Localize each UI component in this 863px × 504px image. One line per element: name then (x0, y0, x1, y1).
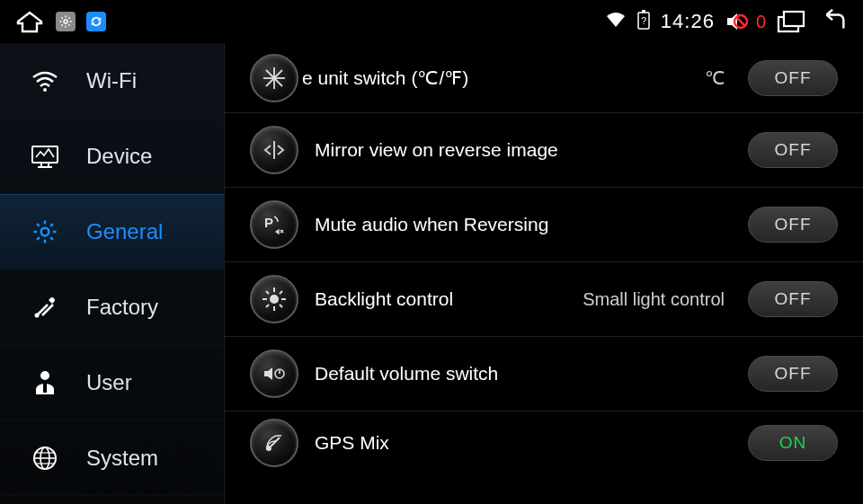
settings-app-icon[interactable] (56, 12, 76, 31)
svg-point-12 (40, 371, 49, 380)
toggle-backlight[interactable]: OFF (748, 281, 838, 317)
tools-icon (31, 293, 59, 322)
sidebar-item-label: Factory (86, 295, 158, 320)
setting-row-default-volume[interactable]: Default volume switch OFF (225, 337, 863, 411)
speaker-power-icon (250, 349, 298, 398)
sidebar-item-label: User (86, 370, 132, 395)
toggle-mute-reverse[interactable]: OFF (748, 207, 838, 243)
toggle-gps-mix[interactable]: ON (748, 425, 838, 461)
svg-text:?: ? (641, 15, 646, 26)
svg-point-11 (35, 313, 40, 317)
park-mute-icon: P (250, 200, 298, 249)
wifi-status-icon (605, 11, 627, 32)
svg-line-30 (266, 291, 269, 294)
status-bar: ? 14:26 0 (0, 0, 863, 43)
sidebar-item-label: Wi-Fi (86, 68, 137, 93)
setting-secondary: ℃ (705, 67, 725, 89)
settings-list[interactable]: e unit switch (℃/℉) ℃ OFF Mirror view on… (225, 43, 863, 504)
toggle-default-volume[interactable]: OFF (748, 356, 838, 392)
setting-row-gps-mix[interactable]: GPS Mix ON (225, 411, 863, 474)
svg-line-31 (280, 305, 282, 307)
setting-row-mute-reverse[interactable]: P Mute audio when Reversing OFF (225, 188, 863, 262)
svg-line-5 (736, 17, 745, 26)
user-icon (31, 368, 59, 397)
device-icon (31, 142, 59, 171)
home-icon[interactable] (14, 6, 45, 37)
svg-point-25 (270, 295, 279, 304)
sidebar-item-label: System (86, 446, 158, 471)
sidebar-item-device[interactable]: Device (0, 119, 224, 194)
battery-status-icon: ? (637, 10, 650, 33)
sidebar-item-general[interactable]: General (0, 194, 224, 270)
sidebar-item-user[interactable]: User (0, 345, 224, 420)
setting-secondary: Small light control (583, 289, 725, 310)
wifi-icon (31, 66, 59, 95)
mirror-icon (250, 126, 298, 174)
setting-label: e unit switch (℃/℉) (302, 67, 468, 89)
back-icon[interactable] (818, 6, 849, 37)
sidebar-item-factory[interactable]: Factory (0, 270, 224, 345)
sidebar: Wi-Fi Device General Factory User (0, 43, 225, 504)
gear-icon (31, 217, 59, 246)
toggle-mirror-reverse[interactable]: OFF (748, 132, 838, 168)
toggle-temp-unit[interactable]: OFF (748, 60, 838, 96)
sidebar-item-label: General (86, 219, 163, 244)
volume-mute-icon[interactable] (725, 11, 749, 32)
svg-line-33 (266, 305, 269, 307)
sync-app-icon[interactable] (86, 12, 106, 31)
snowflake-icon (250, 54, 298, 102)
setting-row-temp-unit[interactable]: e unit switch (℃/℉) ℃ OFF (225, 43, 863, 113)
setting-label: Default volume switch (315, 363, 498, 385)
volume-level: 0 (756, 12, 766, 32)
setting-label: Backlight control (315, 288, 453, 310)
svg-point-8 (43, 88, 47, 92)
sidebar-item-label: Device (86, 144, 152, 169)
setting-label: GPS Mix (315, 432, 389, 454)
svg-point-10 (41, 228, 49, 236)
sidebar-item-wifi[interactable]: Wi-Fi (0, 43, 224, 119)
setting-row-backlight[interactable]: Backlight control Small light control OF… (225, 262, 863, 337)
satellite-icon (250, 419, 298, 467)
svg-line-32 (280, 291, 282, 294)
setting-row-mirror-reverse[interactable]: Mirror view on reverse image OFF (225, 113, 863, 188)
sidebar-item-system[interactable]: System (0, 420, 224, 496)
svg-rect-7 (784, 12, 804, 26)
svg-rect-13 (43, 384, 47, 393)
clock: 14:26 (661, 10, 715, 33)
svg-point-0 (64, 20, 67, 23)
brightness-icon (250, 275, 298, 323)
svg-rect-2 (642, 10, 645, 13)
setting-label: Mute audio when Reversing (315, 214, 548, 235)
setting-label: Mirror view on reverse image (315, 139, 558, 161)
recent-apps-icon[interactable] (777, 6, 807, 37)
globe-icon (31, 444, 59, 473)
svg-text:P: P (264, 215, 273, 230)
